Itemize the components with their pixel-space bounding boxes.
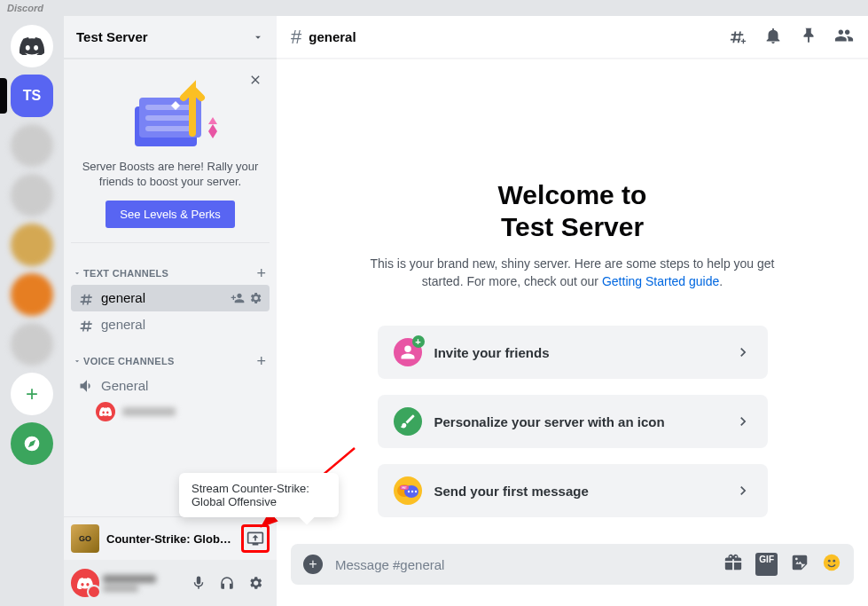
gear-icon[interactable] — [248, 291, 262, 305]
hash-icon — [78, 289, 96, 307]
svg-rect-4 — [145, 105, 195, 110]
invite-icon[interactable] — [231, 291, 245, 305]
voice-user-avatar — [96, 402, 115, 421]
gift-button[interactable] — [723, 553, 743, 576]
channel-sidebar: Test Server — [64, 16, 277, 606]
screen-share-icon — [246, 530, 264, 547]
svg-point-17 — [833, 560, 835, 563]
discord-logo-icon — [99, 407, 112, 416]
add-text-channel-button[interactable]: + — [256, 264, 266, 283]
guild-item[interactable] — [11, 224, 53, 266]
notifications-button[interactable] — [763, 26, 783, 49]
mute-button[interactable] — [184, 569, 213, 597]
boost-card: Server Boosts are here! Rally your frien… — [71, 66, 270, 243]
headphones-icon — [219, 575, 235, 591]
action-cards: + Invite your friends Personalize your s… — [378, 326, 768, 517]
chat-content: # general Welcome to Test Server This — [277, 16, 868, 606]
people-icon — [834, 26, 854, 45]
activity-name: Counter-Strike: Global ... — [106, 532, 234, 546]
chat-body: Welcome to Test Server This is your bran… — [277, 59, 868, 544]
svg-point-11 — [411, 491, 412, 492]
svg-point-15 — [824, 555, 840, 571]
pinned-button[interactable] — [799, 26, 818, 49]
action-label: Personalize your server with an icon — [434, 414, 722, 429]
guild-item[interactable] — [11, 323, 53, 366]
sticker-button[interactable] — [790, 553, 809, 576]
members-button[interactable] — [834, 26, 854, 49]
svg-point-16 — [828, 560, 831, 563]
paint-icon — [394, 407, 422, 436]
message-composer: + GIF — [277, 544, 868, 606]
boost-button[interactable]: See Levels & Perks — [106, 201, 234, 228]
svg-point-10 — [407, 491, 409, 492]
channel-general[interactable]: general — [71, 285, 270, 311]
stream-tooltip: Stream Counter-Strike: Global Offensive — [179, 473, 339, 517]
svg-text:Hi!: Hi! — [402, 485, 406, 490]
activity-game-icon: GO — [71, 524, 99, 553]
welcome-title: Welcome to Test Server — [351, 179, 794, 243]
hash-icon — [78, 316, 96, 334]
getting-started-link[interactable]: Getting Started guide — [602, 274, 719, 288]
close-icon — [248, 73, 262, 87]
chevron-down-icon — [73, 357, 82, 366]
welcome-text: This is your brand new, shiny server. He… — [351, 256, 794, 290]
speaker-icon — [78, 377, 96, 395]
category-voice-channels[interactable]: VOICE CHANNELS + — [71, 338, 270, 373]
attach-button[interactable]: + — [303, 555, 323, 574]
invite-icon: + — [394, 338, 422, 366]
discord-logo-icon — [77, 578, 93, 589]
category-text-channels[interactable]: TEXT CHANNELS + — [71, 250, 270, 285]
user-avatar[interactable] — [71, 569, 99, 597]
threads-icon — [728, 26, 747, 45]
home-button[interactable] — [11, 25, 53, 67]
settings-button[interactable] — [241, 569, 270, 597]
emoji-button[interactable] — [822, 553, 841, 576]
personalize-card[interactable]: Personalize your server with an icon — [378, 395, 768, 448]
channel-name: general — [101, 317, 262, 332]
voice-user-name — [122, 407, 176, 416]
bell-icon — [763, 26, 783, 45]
chat-channel-name: general — [309, 29, 356, 44]
guild-item[interactable] — [11, 174, 53, 216]
server-header[interactable]: Test Server — [64, 16, 277, 59]
voice-channel-name: General — [101, 378, 262, 393]
guild-item[interactable] — [11, 124, 53, 167]
welcome-section: Welcome to Test Server This is your bran… — [351, 179, 794, 290]
user-info — [103, 575, 181, 592]
close-boost-button[interactable] — [248, 73, 262, 91]
user-panel — [64, 560, 277, 606]
chat-icon: Hi! — [394, 476, 422, 505]
pin-icon — [799, 26, 818, 45]
add-voice-channel-button[interactable]: + — [256, 352, 266, 371]
compass-icon — [23, 435, 41, 453]
chevron-down-icon — [73, 269, 82, 278]
gift-icon — [723, 553, 743, 572]
emoji-icon — [822, 553, 841, 572]
voice-channel-general[interactable]: General — [71, 373, 270, 399]
titlebar: Discord — [0, 0, 868, 16]
message-input[interactable] — [335, 557, 711, 572]
guild-test-server[interactable]: TS — [11, 75, 53, 117]
explore-button[interactable] — [11, 422, 53, 465]
chevron-right-icon — [734, 343, 752, 361]
stream-button[interactable] — [241, 524, 270, 553]
sticker-icon — [790, 553, 809, 572]
svg-rect-5 — [145, 115, 195, 121]
action-label: Invite your friends — [434, 345, 722, 360]
send-message-card[interactable]: Hi! Send your first message — [378, 464, 768, 517]
boost-illustration — [78, 80, 262, 151]
guild-item[interactable] — [11, 273, 53, 316]
svg-rect-6 — [145, 126, 195, 131]
channel-general-2[interactable]: general — [71, 311, 270, 338]
voice-user[interactable] — [71, 399, 270, 424]
discord-logo-icon — [20, 37, 44, 55]
gear-icon — [247, 575, 263, 591]
guild-sidebar: TS + — [0, 16, 64, 606]
gif-button[interactable]: GIF — [755, 553, 778, 576]
add-server-button[interactable]: + — [11, 373, 53, 415]
deafen-button[interactable] — [213, 569, 241, 597]
chevron-down-icon — [252, 31, 264, 43]
threads-button[interactable] — [728, 26, 747, 49]
action-label: Send your first message — [434, 484, 722, 499]
invite-friends-card[interactable]: + Invite your friends — [378, 326, 768, 379]
